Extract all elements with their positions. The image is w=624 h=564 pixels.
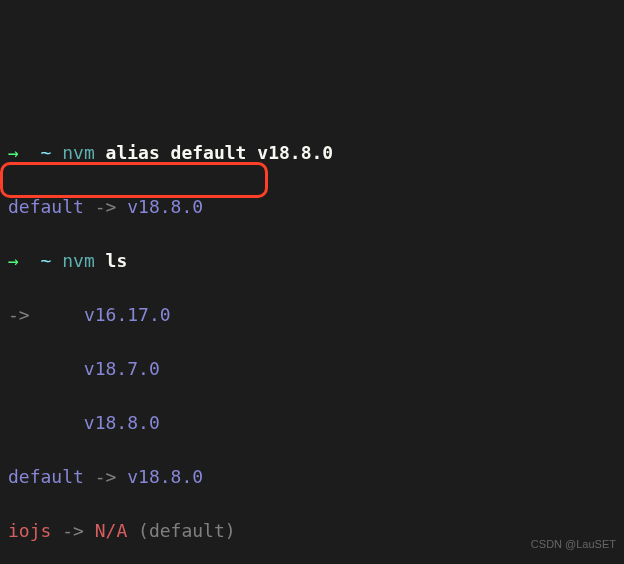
prompt-arrow: → — [8, 250, 19, 271]
iojs-alias-line: iojs -> N/A (default) — [8, 517, 616, 544]
nvm-args: alias default v18.8.0 — [106, 142, 334, 163]
prompt-line-2: → ~ nvm ls — [8, 247, 616, 274]
version-text: v18.8.0 — [84, 412, 160, 433]
nvm-cmd: nvm — [62, 250, 95, 271]
watermark-text: CSDN @LauSET — [531, 531, 616, 558]
arrow-text: -> — [95, 466, 117, 487]
nvm-args: ls — [106, 250, 128, 271]
version-line: v18.7.0 — [8, 355, 616, 382]
arrow-text: -> — [62, 520, 84, 541]
prompt-line-1: → ~ nvm alias default v18.8.0 — [8, 139, 616, 166]
version-line: -> v16.17.0 — [8, 301, 616, 328]
alias-target: v18.8.0 — [127, 466, 203, 487]
nvm-cmd: nvm — [62, 142, 95, 163]
default-alias-line: default -> v18.8.0 — [8, 463, 616, 490]
alias-name: iojs — [8, 520, 51, 541]
alias-name: default — [8, 196, 84, 217]
version-text: v18.7.0 — [84, 358, 160, 379]
suffix-text: (default) — [138, 520, 236, 541]
alias-target: v18.8.0 — [127, 196, 203, 217]
current-arrow: -> — [8, 304, 30, 325]
alias-target: N/A — [95, 520, 128, 541]
prompt-cwd: ~ — [41, 250, 52, 271]
alias-name: default — [8, 466, 84, 487]
version-text: v16.17.0 — [84, 304, 171, 325]
arrow-text: -> — [95, 196, 117, 217]
prompt-cwd: ~ — [41, 142, 52, 163]
version-line: v18.8.0 — [8, 409, 616, 436]
alias-output: default -> v18.8.0 — [8, 193, 616, 220]
terminal-output[interactable]: → ~ nvm alias default v18.8.0 default ->… — [8, 112, 616, 564]
prompt-arrow: → — [8, 142, 19, 163]
